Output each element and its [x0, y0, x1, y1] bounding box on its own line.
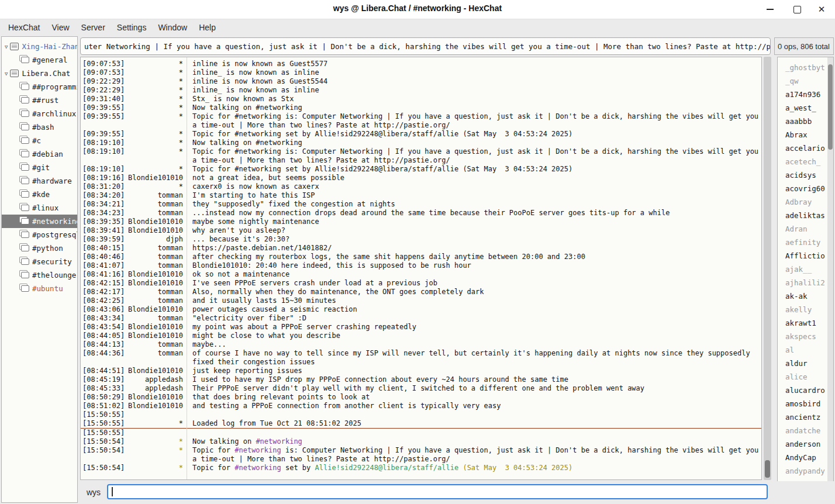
user-list-item[interactable]: akspecs — [778, 330, 833, 343]
sidebar-item-general[interactable]: #general — [2, 53, 77, 67]
menu-view[interactable]: View — [46, 20, 75, 34]
menu-window[interactable]: Window — [152, 20, 193, 34]
menu-server[interactable]: Server — [75, 20, 111, 34]
chat-scrollbar-thumb[interactable] — [765, 460, 770, 478]
user-list-item[interactable]: Adran — [778, 222, 833, 236]
sidebar-item-label: ##rust — [32, 96, 58, 105]
user-list-item[interactable]: Afflictio — [778, 249, 833, 263]
message-text: Now talking on #networking — [188, 437, 761, 446]
sidebar-item-kde[interactable]: #kde — [2, 188, 77, 201]
user-list-item[interactable]: aaabbb — [778, 115, 833, 128]
message-part: maybe some nightly maintenance — [192, 218, 319, 226]
user-list-item[interactable]: a_west_ — [778, 101, 833, 115]
sidebar-item-rust[interactable]: ##rust — [2, 94, 77, 107]
timestamp: [08:39:59] — [81, 235, 127, 244]
topic-bar[interactable]: uter Networking | If you have a question… — [80, 37, 771, 55]
message-text: Topic for #networking set by Allie!sid29… — [188, 165, 761, 174]
user-list-item[interactable]: andatche — [778, 424, 833, 437]
minimize-button[interactable] — [761, 4, 779, 15]
user-list-item[interactable]: ajhalili2 — [778, 276, 833, 289]
nick: Blondie101010 — [127, 226, 188, 235]
user-list-item[interactable]: ajak__ — [778, 263, 833, 276]
timestamp: [08:34:21] — [81, 200, 127, 209]
user-list-item[interactable]: accelario — [778, 141, 833, 155]
user-list-item[interactable]: al — [778, 343, 833, 357]
message-text: that does bring relevant points to look … — [188, 393, 761, 402]
sidebar-item-python[interactable]: #python — [2, 241, 77, 255]
timestamp: [08:44:05] — [81, 332, 127, 340]
chat-bubble-icon — [21, 84, 29, 90]
expander-icon[interactable]: ▽ — [5, 44, 8, 50]
sidebar-item-bash[interactable]: #bash — [2, 120, 77, 134]
sidebar-item-programming[interactable]: ##programming — [2, 80, 77, 94]
sidebar-item-label: #networking — [32, 217, 77, 226]
user-list-item[interactable]: acetech_ — [778, 155, 833, 168]
message-text: and testing a PPPoE connection from anot… — [188, 402, 761, 410]
sidebar-item-xing-hai-zhan[interactable]: ▽Xing-Hai-Zhan — [2, 40, 77, 53]
user-list-item[interactable]: alucardro — [778, 384, 833, 397]
user-list-item[interactable]: Adbray — [778, 195, 833, 209]
sidebar-item-linux[interactable]: #linux — [2, 201, 77, 215]
sidebar-item-git[interactable]: #git — [2, 161, 77, 174]
sidebar-item-label: Xing-Hai-Zhan — [22, 42, 77, 51]
message-part: #networking — [234, 464, 281, 472]
menu-settings[interactable]: Settings — [111, 20, 153, 34]
user-list-item[interactable]: a174n936 — [778, 88, 833, 101]
user-list-item[interactable]: aldur — [778, 357, 833, 370]
user-list-item[interactable]: ancientz — [778, 410, 833, 424]
user-list-item[interactable]: _qw — [778, 74, 833, 88]
message-input[interactable] — [107, 484, 768, 499]
sidebar-item-security[interactable]: #security — [2, 255, 77, 268]
user-list-item[interactable]: AndyCap — [778, 451, 833, 464]
user-list-item[interactable]: anderson — [778, 437, 833, 451]
user-list-item[interactable]: adeliktas — [778, 209, 833, 222]
chat-bubble-icon — [21, 124, 29, 130]
message-part: #networking — [256, 437, 302, 446]
message-part: #networking — [234, 446, 281, 454]
chat-bubble-icon — [21, 137, 29, 144]
sidebar-item-debian[interactable]: #debian — [2, 147, 77, 161]
user-list-item[interactable]: acidsys — [778, 168, 833, 182]
sidebar-item-libera-chat[interactable]: ▽Libera.Chat — [2, 67, 77, 80]
chat-bubble-icon — [21, 205, 29, 211]
timestamp: [15:50:55] — [81, 410, 127, 419]
message-part: (Sat May 3 04:53:24 2025) — [463, 464, 572, 472]
user-list-item[interactable]: akelly — [778, 303, 833, 316]
sidebar-item-thelounge[interactable]: #thelounge — [2, 268, 77, 282]
sidebar-item-networking[interactable]: #networking — [2, 215, 77, 228]
chat-scrollbar[interactable] — [764, 57, 771, 480]
sidebar-item-postgresql[interactable]: #postgresql — [2, 228, 77, 241]
sidebar-item-c[interactable]: #c — [2, 134, 77, 147]
user-list-item[interactable]: Abrax — [778, 128, 833, 141]
message-text: Loaded log from Tue Oct 21 08:51:02 2025 — [188, 419, 761, 428]
message-part: might be close to what you describe — [192, 332, 340, 340]
user-list-item[interactable]: ak-ak — [778, 289, 833, 303]
message-text: "electricity over fiber" :D — [188, 314, 761, 323]
message-part: Loaded log from Tue Oct 21 08:51:02 2025 — [192, 419, 361, 427]
timestamp: [08:19:16] — [81, 174, 127, 182]
nick: tomman — [127, 340, 188, 349]
user-list-item[interactable]: aefinity — [778, 236, 833, 249]
user-list-item[interactable]: andypandy — [778, 464, 833, 478]
sidebar-item-label: #archlinux — [32, 109, 76, 118]
user-list-item[interactable]: acovrig60 — [778, 182, 833, 195]
sidebar-item-archlinux[interactable]: #archlinux — [2, 107, 77, 120]
user-list-item[interactable]: akrawt1 — [778, 316, 833, 330]
timestamp: [15:50:54] — [81, 464, 127, 472]
page-title: wys @ Libera.Chat / #networking - HexCha… — [0, 4, 835, 13]
sidebar-item-hardware[interactable]: #hardware — [2, 174, 77, 188]
expander-icon[interactable]: ▽ — [5, 71, 8, 77]
menu-help[interactable]: Help — [193, 20, 222, 34]
userlist-scrollbar-thumb[interactable] — [828, 64, 833, 150]
maximize-button[interactable] — [788, 4, 806, 15]
close-button[interactable]: ✕ — [813, 4, 830, 15]
user-list-item[interactable]: _ghostbyt — [778, 61, 833, 74]
sidebar-item-ubuntu[interactable]: #ubuntu — [2, 282, 77, 295]
sidebar-item-label: Libera.Chat — [22, 69, 70, 78]
user-list-item[interactable]: alice — [778, 370, 833, 384]
user-list-item[interactable]: amosbird — [778, 397, 833, 410]
message-text: ... because it's 20:30? — [188, 235, 761, 244]
message-part: I used to have my ISP drop my PPPoE conn… — [192, 375, 568, 384]
menu-hexchat[interactable]: HexChat — [2, 20, 46, 34]
sidebar-item-label: #thelounge — [32, 271, 76, 279]
